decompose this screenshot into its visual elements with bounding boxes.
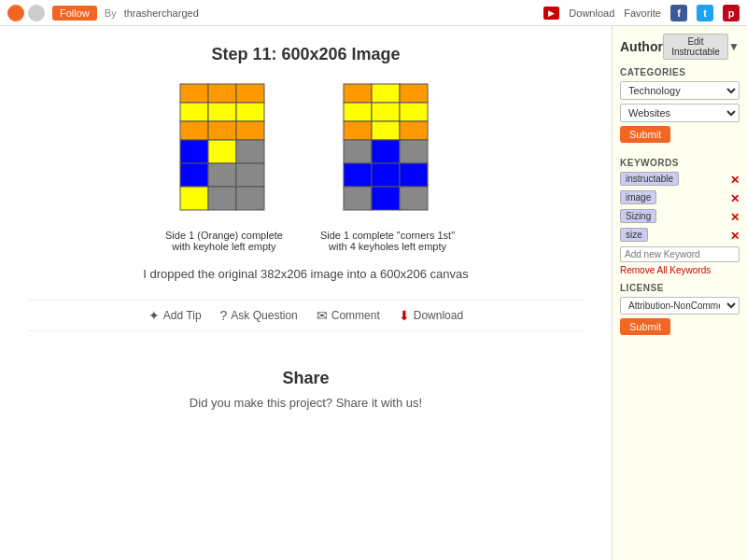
svg-rect-29 xyxy=(400,140,428,163)
remove-keyword-1[interactable]: ✕ xyxy=(730,174,740,187)
logo-icon-1 xyxy=(7,5,24,21)
share-description: Did you make this project? Share it with… xyxy=(28,396,584,410)
keyword-list: instructable ✕ image ✕ Sizing ✕ size ✕ xyxy=(620,172,740,245)
remove-keyword-3[interactable]: ✕ xyxy=(730,211,740,224)
svg-rect-15 xyxy=(180,187,208,210)
svg-rect-14 xyxy=(236,163,264,187)
logo-area xyxy=(7,5,45,21)
facebook-icon[interactable]: f xyxy=(670,5,687,21)
keyword-size: size xyxy=(620,228,648,242)
add-tip-label: Add Tip xyxy=(163,309,202,322)
svg-rect-30 xyxy=(344,163,372,187)
svg-rect-25 xyxy=(372,121,400,140)
content-area: Step 11: 600x206 Image xyxy=(0,26,612,560)
comment-button[interactable]: ✉ Comment xyxy=(317,308,380,323)
svg-rect-1 xyxy=(208,84,236,103)
share-title: Share xyxy=(28,369,584,388)
follow-button[interactable]: Follow xyxy=(52,6,97,21)
download-label: Download xyxy=(414,309,463,322)
submit-categories-button[interactable]: Submit xyxy=(620,126,670,143)
categories-label: CATEGORIES xyxy=(620,67,740,77)
svg-rect-7 xyxy=(208,121,236,140)
share-section: Share Did you make this project? Share i… xyxy=(28,350,584,428)
ask-question-label: Ask Question xyxy=(231,309,297,322)
svg-rect-8 xyxy=(236,121,264,140)
image2-caption: Side 1 complete "corners 1st"with 4 keyh… xyxy=(320,230,455,252)
svg-rect-13 xyxy=(208,163,236,187)
nav-actions: ▶ Download Favorite f t p xyxy=(543,5,740,21)
keyword-row-1: instructable ✕ xyxy=(620,172,740,189)
svg-rect-20 xyxy=(400,84,428,103)
svg-rect-3 xyxy=(180,103,208,121)
svg-rect-34 xyxy=(372,187,400,210)
svg-rect-33 xyxy=(344,187,372,210)
svg-rect-24 xyxy=(344,121,372,140)
main-layout: Step 11: 600x206 Image xyxy=(0,26,747,560)
ask-question-button[interactable]: ? Ask Question xyxy=(220,308,298,323)
svg-rect-5 xyxy=(236,103,264,121)
svg-rect-27 xyxy=(344,140,372,163)
svg-rect-19 xyxy=(372,84,400,103)
ask-question-icon: ? xyxy=(220,308,228,323)
add-keyword-input[interactable] xyxy=(620,246,740,262)
svg-rect-9 xyxy=(180,140,208,163)
keyword-row-4: size ✕ xyxy=(620,228,740,245)
submit-license-button[interactable]: Submit xyxy=(620,318,670,335)
svg-rect-21 xyxy=(344,103,372,121)
svg-rect-31 xyxy=(372,163,400,187)
sidebar-dropdown-arrow[interactable]: ▼ xyxy=(728,40,740,53)
edit-instructable-button[interactable]: Edit Instructable xyxy=(663,34,728,60)
svg-rect-26 xyxy=(400,121,428,140)
username-label: thrashercharged xyxy=(124,7,199,19)
image-block-1: Side 1 (Orange) completewith keyhole lef… xyxy=(152,79,297,252)
keyword-instructable: instructable xyxy=(620,172,679,186)
svg-rect-10 xyxy=(208,140,236,163)
remove-keyword-4[interactable]: ✕ xyxy=(730,230,740,243)
remove-keyword-2[interactable]: ✕ xyxy=(730,192,740,205)
cube-image-2 xyxy=(316,79,460,224)
keywords-label: KEYWORDS xyxy=(620,158,740,168)
license-select[interactable]: Attribution-NonCommercial-Share/ xyxy=(620,297,740,315)
svg-rect-2 xyxy=(236,84,264,103)
download-link[interactable]: Download xyxy=(569,7,614,19)
svg-rect-23 xyxy=(400,103,428,121)
category2-select[interactable]: Websites xyxy=(620,104,740,122)
youtube-icon[interactable]: ▶ xyxy=(543,7,559,20)
svg-rect-35 xyxy=(400,187,428,210)
svg-rect-17 xyxy=(236,187,264,210)
image1-caption: Side 1 (Orange) completewith keyhole lef… xyxy=(165,230,283,252)
sidebar-title: Author xyxy=(620,39,663,54)
twitter-icon[interactable]: t xyxy=(697,5,713,21)
logo-icon-2 xyxy=(28,5,45,21)
svg-rect-16 xyxy=(208,187,236,210)
license-label: LICENSE xyxy=(620,283,740,293)
svg-rect-22 xyxy=(372,103,400,121)
svg-rect-6 xyxy=(180,121,208,140)
keyword-image: image xyxy=(620,190,656,204)
cube-image-1 xyxy=(152,79,297,224)
add-tip-button[interactable]: ✦ Add Tip xyxy=(148,308,202,323)
image-block-2: Side 1 complete "corners 1st"with 4 keyh… xyxy=(316,79,460,252)
keyword-row-3: Sizing ✕ xyxy=(620,209,740,226)
add-tip-icon: ✦ xyxy=(148,308,160,323)
svg-rect-4 xyxy=(208,103,236,121)
svg-rect-11 xyxy=(236,140,264,163)
svg-rect-18 xyxy=(344,84,372,103)
comment-label: Comment xyxy=(331,309,380,322)
category1-select[interactable]: Technology xyxy=(620,81,740,100)
download-icon: ⬇ xyxy=(399,308,410,323)
keyword-sizing: Sizing xyxy=(620,209,656,223)
pinterest-icon[interactable]: p xyxy=(723,5,740,21)
svg-rect-28 xyxy=(372,140,400,163)
remove-all-keywords-link[interactable]: Remove All Keywords xyxy=(620,265,740,275)
keyword-row-2: image ✕ xyxy=(620,190,740,207)
step-description: I dropped the original 382x206 image int… xyxy=(28,267,584,281)
by-label: By xyxy=(105,7,117,19)
favorite-link[interactable]: Favorite xyxy=(624,7,661,19)
download-button[interactable]: ⬇ Download xyxy=(399,308,463,323)
top-navigation: Follow By thrashercharged ▶ Download Fav… xyxy=(0,0,747,26)
svg-rect-0 xyxy=(180,84,208,103)
sidebar: Author Edit Instructable ▼ CATEGORIES Te… xyxy=(612,26,747,560)
svg-rect-32 xyxy=(400,163,428,187)
step-title: Step 11: 600x206 Image xyxy=(28,45,584,64)
